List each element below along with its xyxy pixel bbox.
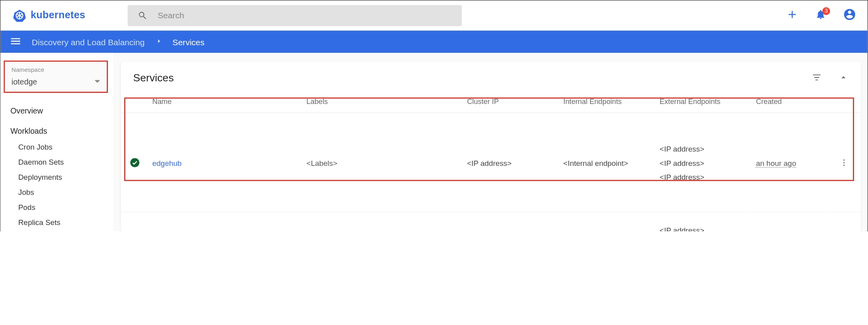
- chevron-down-icon: [95, 79, 100, 85]
- logo-text: kubernetes: [31, 10, 85, 21]
- status-ok-icon: [130, 161, 140, 169]
- notification-badge: 3: [822, 7, 830, 15]
- table-row[interactable]: edgehub <Labels> <IP address> <Internal …: [121, 113, 861, 212]
- search-icon: [138, 10, 148, 20]
- cell-labels: <Labels>: [302, 113, 463, 212]
- cell-external-endpoints: <IP address><IP address><IP address>: [660, 142, 747, 185]
- sidebar-deployments[interactable]: Deployments: [3, 170, 112, 185]
- cell-cluster-ip: <IP address>: [462, 113, 559, 212]
- col-internal-endpoints[interactable]: Internal Endpoints: [559, 92, 655, 113]
- sidebar-replica-sets[interactable]: Replica Sets: [3, 215, 112, 230]
- cell-created: an hour ago: [756, 159, 796, 167]
- sidebar-cron-jobs[interactable]: Cron Jobs: [3, 140, 112, 155]
- svg-point-5: [130, 158, 139, 167]
- logo[interactable]: kubernetes: [13, 9, 85, 22]
- filter-button[interactable]: [812, 72, 822, 84]
- service-link[interactable]: edgehub: [152, 159, 182, 167]
- row-menu-button[interactable]: [839, 160, 848, 169]
- plus-icon: [786, 8, 799, 21]
- cell-internal-endpoint: <Internal endpoint>: [559, 212, 655, 231]
- add-button[interactable]: [786, 8, 799, 22]
- breadcrumb-parent[interactable]: Discovery and Load Balancing: [32, 37, 144, 46]
- cell-cluster-ip: <IP address>: [462, 212, 559, 231]
- search-input[interactable]: [158, 11, 452, 20]
- namespace-value: iotedge: [12, 77, 37, 86]
- sidebar-workloads[interactable]: Workloads: [3, 120, 112, 140]
- kubernetes-wheel-icon: [13, 9, 26, 22]
- sidebar-replication-controllers[interactable]: Replication Controllers: [3, 230, 112, 231]
- table-row[interactable]: iotedged <Labels> <IP address> <Internal…: [121, 212, 861, 231]
- col-created[interactable]: Created: [752, 92, 829, 113]
- breadcrumb-current: Services: [173, 37, 205, 46]
- menu-button[interactable]: [10, 35, 22, 49]
- chevron-up-icon: [839, 72, 849, 82]
- col-name[interactable]: Name: [148, 92, 302, 113]
- cell-internal-endpoint: <Internal endpoint>: [559, 113, 655, 212]
- main-content: Services Name Labels Cluster IP Interna: [114, 53, 868, 231]
- sidebar: Namespace iotedge Overview Workloads Cro…: [0, 53, 114, 231]
- breadcrumb-bar: Discovery and Load Balancing Services: [0, 31, 867, 53]
- sidebar-overview[interactable]: Overview: [3, 100, 112, 120]
- svg-point-7: [843, 162, 845, 163]
- namespace-selector[interactable]: Namespace iotedge: [4, 61, 108, 93]
- svg-point-8: [843, 164, 845, 166]
- user-icon: [843, 8, 856, 21]
- services-table: Name Labels Cluster IP Internal Endpoint…: [121, 92, 861, 231]
- col-labels[interactable]: Labels: [302, 92, 463, 113]
- hamburger-icon: [10, 35, 22, 47]
- topbar: kubernetes 3: [0, 0, 867, 31]
- chevron-right-icon: [155, 37, 163, 46]
- col-cluster-ip[interactable]: Cluster IP: [462, 92, 559, 113]
- notifications-button[interactable]: 3: [815, 9, 826, 21]
- card-title: Services: [133, 72, 173, 84]
- search-box[interactable]: [128, 5, 462, 26]
- namespace-label: Namespace: [12, 66, 100, 73]
- svg-point-6: [843, 159, 845, 161]
- col-external-endpoints[interactable]: External Endpoints: [655, 92, 752, 113]
- sidebar-daemon-sets[interactable]: Daemon Sets: [3, 155, 112, 170]
- cell-external-endpoints: <IP address><IP address>: [660, 223, 747, 231]
- sidebar-pods[interactable]: Pods: [3, 200, 112, 215]
- more-vert-icon: [839, 158, 848, 167]
- filter-icon: [812, 72, 822, 82]
- collapse-button[interactable]: [839, 72, 849, 84]
- user-button[interactable]: [843, 8, 856, 23]
- cell-labels: <Labels>: [302, 212, 463, 231]
- services-card: Services Name Labels Cluster IP Interna: [121, 62, 861, 231]
- sidebar-jobs[interactable]: Jobs: [3, 185, 112, 200]
